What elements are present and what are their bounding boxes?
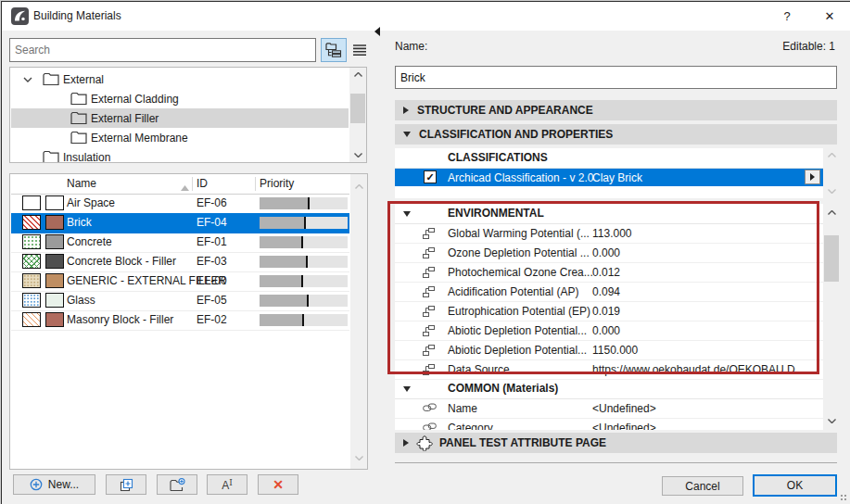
material-name-input[interactable] xyxy=(395,66,837,89)
folder-tree-icon xyxy=(325,43,342,57)
tree-item-external-filler[interactable]: External Filler xyxy=(11,108,349,128)
priority-bar[interactable] xyxy=(260,314,348,326)
property-row[interactable]: Category <Undefined> xyxy=(395,419,823,430)
property-row[interactable]: Data Source https://www.oekobaudat.de/OE… xyxy=(395,360,823,380)
scroll-up-icon[interactable] xyxy=(349,68,366,82)
scroll-up-icon[interactable] xyxy=(350,180,367,194)
property-label: Abiotic Depletion Potential... xyxy=(448,344,587,357)
splitter-collapse-icon[interactable] xyxy=(374,27,380,36)
folder-icon xyxy=(70,92,87,106)
classification-row-selected[interactable]: ✓ Archicad Classification - v 2.0 Clay B… xyxy=(395,169,823,186)
tree-view-toggle-button[interactable] xyxy=(321,38,347,62)
classifications-header: CLASSIFICATIONS xyxy=(395,148,823,169)
property-label: Name xyxy=(448,402,477,415)
expand-right-button[interactable] xyxy=(805,170,820,184)
cut-pattern-swatch xyxy=(22,293,41,308)
column-header-id[interactable]: ID xyxy=(197,177,208,190)
folder-icon xyxy=(70,111,87,125)
property-value: <Undefined> xyxy=(592,422,656,430)
table-row[interactable]: Masonry Block - Filler EF-02 xyxy=(11,310,349,331)
scroll-up-icon[interactable] xyxy=(823,206,840,220)
table-row[interactable]: Glass EF-05 xyxy=(11,291,349,311)
scroll-down-icon[interactable] xyxy=(349,148,366,162)
table-row[interactable]: Concrete EF-01 xyxy=(11,233,349,253)
common-group-header[interactable]: COMMON (Materials) xyxy=(395,380,823,399)
priority-bar[interactable] xyxy=(260,197,348,209)
classifications-scrollbar[interactable] xyxy=(823,148,840,198)
priority-bar[interactable] xyxy=(260,295,348,307)
table-scrollbar[interactable] xyxy=(350,174,367,469)
scroll-down-icon[interactable] xyxy=(823,184,840,198)
property-label: Category xyxy=(448,422,493,430)
cut-pattern-swatch xyxy=(22,254,41,269)
scroll-down-icon[interactable] xyxy=(823,414,840,428)
new-button-label: New... xyxy=(48,478,79,491)
material-id: EF-00 xyxy=(197,274,227,287)
classifications-list: CLASSIFICATIONS ✓ Archicad Classificatio… xyxy=(395,148,823,198)
ok-button[interactable]: OK xyxy=(753,474,837,497)
property-row[interactable]: Ozone Depletion Potential ... 0.000 xyxy=(395,244,823,263)
search-input[interactable] xyxy=(9,38,316,62)
environmental-group-header[interactable]: ENVIRONMENTAL xyxy=(395,204,823,224)
tree-item-external-membrane[interactable]: External Membrane xyxy=(11,128,349,147)
property-row[interactable]: Eutrophication Potential (EP) 0.019 xyxy=(395,302,823,321)
delete-x-icon: ✕ xyxy=(273,477,284,492)
priority-bar[interactable] xyxy=(260,256,348,268)
priority-bar[interactable] xyxy=(260,236,348,248)
property-row[interactable]: Name <Undefined> xyxy=(395,399,823,419)
table-row[interactable]: Air Space EF-06 xyxy=(11,194,349,214)
resize-grip[interactable] xyxy=(839,493,847,501)
rename-button[interactable]: AI xyxy=(207,474,247,495)
section-structure-and-appearance[interactable]: STRUCTURE AND APPEARANCE xyxy=(395,100,837,120)
property-label: Abiotic Depletion Potential... xyxy=(448,324,587,337)
property-row[interactable]: Abiotic Depletion Potential... 0.000 xyxy=(395,321,823,341)
scrollbar-thumb[interactable] xyxy=(350,94,365,123)
section-title: CLASSIFICATION AND PROPERTIES xyxy=(419,128,613,141)
folder-icon xyxy=(43,150,59,163)
scroll-down-icon[interactable] xyxy=(350,451,367,465)
table-row-selected[interactable]: Brick EF-04 xyxy=(11,213,349,233)
table-row[interactable]: Concrete Block - Filler EF-03 xyxy=(11,252,349,272)
property-value: 1150.000 xyxy=(592,344,638,357)
delete-button[interactable]: ✕ xyxy=(258,474,298,495)
tree-item-insulation[interactable]: Insulation xyxy=(11,147,349,163)
surface-color-swatch xyxy=(45,195,64,210)
tree-item-external-cladding[interactable]: External Cladding xyxy=(11,89,349,108)
cancel-button[interactable]: Cancel xyxy=(662,476,743,496)
property-row[interactable]: Acidification Potential (AP) 0.094 xyxy=(395,283,823,302)
duplicate-button[interactable] xyxy=(106,474,146,495)
group-title: ENVIRONMENTAL xyxy=(448,207,544,220)
property-row[interactable]: Abiotic Depletion Potential... 1150.000 xyxy=(395,341,823,360)
ok-button-label: OK xyxy=(787,479,803,492)
column-header-name[interactable]: Name xyxy=(67,177,96,190)
scrollbar-thumb[interactable] xyxy=(824,235,839,282)
properties-scrollbar[interactable] xyxy=(823,204,840,430)
footer-divider xyxy=(395,462,837,463)
scroll-up-icon[interactable] xyxy=(823,148,840,162)
section-panel-test-attribute-page[interactable]: PANEL TEST ATTRIBUTE PAGE xyxy=(395,433,837,453)
property-row[interactable]: Photochemical Ozone Crea... 0.012 xyxy=(395,263,823,283)
priority-bar[interactable] xyxy=(260,217,348,229)
chevron-down-icon[interactable] xyxy=(22,77,33,82)
material-name: Concrete Block - Filler xyxy=(67,255,176,268)
property-row[interactable]: Global Warming Potential (... 113.000 xyxy=(395,224,823,244)
expanded-triangle-icon xyxy=(403,132,411,137)
properties-list: ENVIRONMENTAL Global Warming Potential (… xyxy=(395,204,823,430)
expanded-triangle-icon xyxy=(403,211,411,217)
tree-item-external[interactable]: External xyxy=(11,69,349,89)
checkbox-checked[interactable]: ✓ xyxy=(424,170,437,183)
priority-bar[interactable] xyxy=(260,275,348,287)
column-header-priority[interactable]: Priority xyxy=(260,177,294,190)
section-classification-and-properties[interactable]: CLASSIFICATION AND PROPERTIES xyxy=(395,124,837,145)
list-view-toggle-button[interactable] xyxy=(349,40,371,60)
table-row[interactable]: GENERIC - EXTERNAL FILLER EF-00 xyxy=(11,271,349,292)
new-folder-button[interactable] xyxy=(157,474,197,495)
cut-pattern-swatch xyxy=(22,273,41,288)
tree-scrollbar[interactable] xyxy=(349,68,366,162)
new-button[interactable]: New... xyxy=(13,474,95,495)
material-name: Concrete xyxy=(67,235,112,248)
help-button[interactable]: ? xyxy=(768,2,806,31)
table-header: Name ID Priority xyxy=(11,174,349,195)
close-button[interactable]: ✕ xyxy=(811,2,848,31)
folder-tree: External External Cladding External Fill… xyxy=(9,67,367,163)
